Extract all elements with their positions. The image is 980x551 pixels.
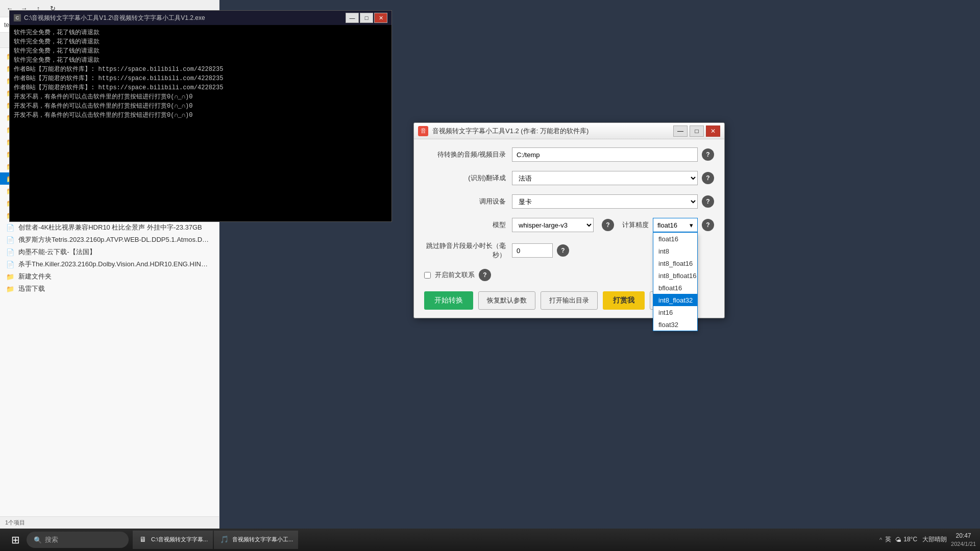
file-icon: 📄 bbox=[6, 260, 14, 268]
cmd-minimize-button[interactable]: — bbox=[346, 13, 359, 23]
precision-option[interactable]: int8 bbox=[653, 245, 697, 257]
weather-widget: 🌤 18°C 大部晴朗 bbox=[895, 535, 947, 544]
path-help-icon[interactable]: ? bbox=[702, 148, 714, 161]
app-icon: 音 bbox=[418, 126, 428, 136]
file-icon: 📄 bbox=[6, 223, 14, 232]
taskbar-app[interactable]: 🎵音视频转文字字幕小工... bbox=[214, 531, 298, 549]
app-window: 音 音视频转文字字幕小工具V1.2 (作者: 万能君的软件库) — □ ✕ 待转… bbox=[413, 122, 725, 318]
lang-label: (识别)翻译成 bbox=[424, 173, 506, 183]
item-name: 新建文件夹 bbox=[18, 272, 52, 281]
cmd-close-button[interactable]: ✕ bbox=[374, 13, 387, 23]
cmd-window: C C:\音视频转文字字幕小工具V1.2\音视频转文字字幕小工具V1.2.exe… bbox=[9, 10, 392, 222]
item-name: 肉墨不能-云下载-【法国】 bbox=[18, 247, 96, 257]
open-output-button[interactable]: 打开输出目录 bbox=[541, 291, 598, 310]
precision-label: 计算精度 bbox=[622, 220, 649, 230]
precision-help-icon[interactable]: ? bbox=[702, 219, 714, 231]
path-input[interactable] bbox=[512, 147, 698, 162]
precision-option[interactable]: bfloat16 bbox=[653, 282, 697, 294]
app-maximize-button[interactable]: □ bbox=[690, 126, 704, 137]
app-taskbar-label: 音视频转文字字幕小工... bbox=[232, 536, 293, 543]
device-select[interactable]: 显卡 CPU bbox=[512, 194, 698, 209]
taskbar-search[interactable]: 🔍 搜索 bbox=[27, 532, 129, 548]
system-tray: ^ 英 bbox=[879, 535, 891, 544]
cmd-title: C:\音视频转文字字幕小工具V1.2\音视频转文字字幕小工具V1.2.exe bbox=[24, 14, 346, 22]
list-item[interactable]: 📄杀手The.Killer.2023.2160p.Dolby.Vision.An… bbox=[0, 258, 219, 270]
clock-date: 2024/1/21 bbox=[951, 540, 976, 547]
precision-option[interactable]: int8_bfloat16 bbox=[653, 269, 697, 282]
silence-input[interactable] bbox=[512, 243, 553, 258]
item-name: 俄罗斯方块Tetris.2023.2160p.ATVP.WEB-DL.DDP5.… bbox=[18, 235, 212, 244]
silence-label: 跳过静音片段最小时长（毫秒） bbox=[424, 241, 506, 260]
tip-button[interactable]: 打赏我 bbox=[603, 291, 645, 310]
model-help-icon[interactable]: ? bbox=[602, 219, 614, 231]
tray-expand-icon[interactable]: ^ bbox=[879, 537, 882, 543]
cmd-line: 开发不易，有条件的可以点击软件里的打赏按钮进行打赏0(∩_∩)0 bbox=[14, 92, 387, 102]
cmd-line: 开发不易，有条件的可以点击软件里的打赏按钮进行打赏0(∩_∩)0 bbox=[14, 102, 387, 111]
cmd-titlebar: C C:\音视频转文字字幕小工具V1.2\音视频转文字字幕小工具V1.2.exe… bbox=[10, 11, 391, 25]
cmd-maximize-button[interactable]: □ bbox=[360, 13, 373, 23]
start-button[interactable]: 开始转换 bbox=[424, 291, 473, 310]
lang-row: (识别)翻译成 法语 中文 英语 日语 韩语 ? bbox=[424, 171, 714, 185]
taskbar-right: ^ 英 🌤 18°C 大部晴朗 20:47 2024/1/21 bbox=[879, 532, 976, 547]
precision-option[interactable]: float32 bbox=[653, 318, 697, 331]
list-item[interactable]: 📄创世者-4K杜比视界兼容HDR10 杜比全景声 外挂中字-23.37GB bbox=[0, 221, 219, 234]
model-select[interactable]: whisper-large-v3 whisper-large-v2 whispe… bbox=[512, 218, 594, 232]
file-icon: 📄 bbox=[6, 236, 14, 244]
clock: 20:47 2024/1/21 bbox=[951, 532, 976, 547]
precision-option[interactable]: float16 bbox=[653, 233, 697, 245]
app-taskbar-icon: 🖥 bbox=[138, 534, 148, 544]
cmd-line: 作者B站【万能君的软件库】: https://space.bilibili.co… bbox=[14, 65, 387, 74]
taskbar-apps: 🖥C:\音视频转文字字幕...🎵音视频转文字字幕小工... bbox=[133, 531, 298, 549]
chevron-down-icon: ▾ bbox=[690, 221, 693, 229]
folder-icon: 📁 bbox=[6, 285, 14, 293]
path-row: 待转换的音频/视频目录 ? bbox=[424, 147, 714, 162]
reset-button[interactable]: 恢复默认参数 bbox=[478, 291, 535, 310]
list-item[interactable]: 📄俄罗斯方块Tetris.2023.2160p.ATVP.WEB-DL.DDP5… bbox=[0, 234, 219, 246]
file-icon: 📄 bbox=[6, 248, 14, 256]
item-name: 迅雷下载 bbox=[18, 284, 45, 293]
list-item[interactable]: 📁迅雷下载 bbox=[0, 283, 219, 295]
device-row: 调用设备 显卡 CPU ? bbox=[424, 194, 714, 209]
device-label: 调用设备 bbox=[424, 197, 506, 206]
cmd-line: 开发不易，有条件的可以点击软件里的打赏按钮进行打赏0(∩_∩)0 bbox=[14, 111, 387, 120]
precision-dropdown-selected[interactable]: float16 ▾ bbox=[653, 218, 698, 232]
status-text: 1个项目 bbox=[5, 519, 25, 527]
device-help-icon[interactable]: ? bbox=[702, 195, 714, 208]
context-label: 开启前文联系 bbox=[435, 270, 475, 280]
cmd-line: 软件完全免费，花了钱的请退款 bbox=[14, 37, 387, 46]
context-help-icon[interactable]: ? bbox=[479, 269, 491, 281]
cmd-line: 软件完全免费，花了钱的请退款 bbox=[14, 56, 387, 65]
input-method-icon[interactable]: 英 bbox=[885, 535, 891, 544]
precision-dropdown-list: float16int8int8_float16int8_bfloat16bflo… bbox=[653, 232, 698, 331]
cmd-content: 软件完全免费，花了钱的请退款软件完全免费，花了钱的请退款软件完全免费，花了钱的请… bbox=[10, 25, 391, 221]
precision-option[interactable]: int8_float16 bbox=[653, 257, 697, 269]
context-checkbox[interactable] bbox=[424, 272, 431, 279]
precision-option[interactable]: int8_float32 bbox=[653, 294, 697, 306]
clock-time: 20:47 bbox=[951, 532, 976, 540]
search-placeholder: 搜索 bbox=[45, 535, 58, 544]
precision-option[interactable]: int16 bbox=[653, 306, 697, 318]
app-title: 音视频转文字字幕小工具V1.2 (作者: 万能君的软件库) bbox=[432, 127, 673, 136]
folder-icon: 📁 bbox=[6, 272, 14, 281]
weather-icon: 🌤 bbox=[895, 536, 901, 543]
list-item[interactable]: 📁新建文件夹 bbox=[0, 270, 219, 283]
app-close-button[interactable]: ✕ bbox=[706, 126, 720, 137]
taskbar-app[interactable]: 🖥C:\音视频转文字字幕... bbox=[133, 531, 213, 549]
weather-temp: 18°C 大部晴朗 bbox=[903, 535, 947, 544]
app-body: 待转换的音频/视频目录 ? (识别)翻译成 法语 中文 英语 日语 韩语 ? 调… bbox=[414, 139, 724, 318]
item-name: 创世者-4K杜比视界兼容HDR10 杜比全景声 外挂中字-23.37GB bbox=[18, 223, 202, 232]
precision-selected-value: float16 bbox=[657, 221, 677, 229]
lang-select[interactable]: 法语 中文 英语 日语 韩语 bbox=[512, 171, 698, 185]
cmd-line: 作者B站【万能君的软件库】: https://space.bilibili.co… bbox=[14, 74, 387, 83]
status-bar: 1个项目 bbox=[0, 516, 219, 529]
model-label: 模型 bbox=[424, 220, 506, 230]
list-item[interactable]: 📄肉墨不能-云下载-【法国】 bbox=[0, 246, 219, 258]
cmd-line: 作者B站【万能君的软件库】: https://space.bilibili.co… bbox=[14, 83, 387, 92]
app-taskbar-label: C:\音视频转文字字幕... bbox=[151, 536, 208, 543]
model-precision-row: 模型 whisper-large-v3 whisper-large-v2 whi… bbox=[424, 218, 714, 232]
start-menu-button[interactable]: ⊞ bbox=[4, 531, 27, 549]
silence-help-icon[interactable]: ? bbox=[557, 244, 569, 257]
cmd-line: 软件完全免费，花了钱的请退款 bbox=[14, 46, 387, 56]
lang-help-icon[interactable]: ? bbox=[702, 172, 714, 184]
app-minimize-button[interactable]: — bbox=[673, 126, 688, 137]
